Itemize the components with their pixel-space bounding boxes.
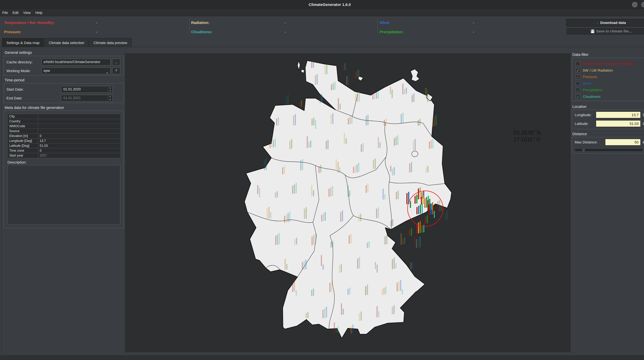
tab-climate-data-selection[interactable]: Climate data selection (44, 38, 89, 47)
filter-item[interactable]: ✓Cloudiness (576, 94, 644, 100)
table-row[interactable]: City (8, 114, 120, 119)
filter-item[interactable]: ✓Pressure (576, 74, 644, 81)
station-marker[interactable] (445, 211, 448, 220)
station-bar (284, 166, 285, 174)
working-mode-help-button[interactable]: ? (112, 68, 120, 74)
station-marker[interactable] (346, 75, 349, 85)
table-row[interactable]: Start year2007 (8, 153, 120, 158)
browse-cache-button[interactable]: ... (112, 59, 120, 66)
table-row[interactable]: Longitude [Deg]13.7 (8, 138, 120, 143)
end-date-spinbox[interactable]: 01.01.2021 ▲▼ (61, 95, 112, 102)
save-to-climate-file-button[interactable]: 💾Save to climate file… (566, 28, 644, 35)
title-bar[interactable]: ClimateGenerator 1.6.0 –▢✕ (0, 0, 644, 9)
tab-climate-data-preview[interactable]: Climate data preview (89, 38, 132, 47)
longitude-input[interactable]: 13.7 (596, 112, 641, 118)
max-distance-slider[interactable] (575, 149, 642, 151)
meta-data-table[interactable]: CityCountryWMOCodeSourceElevation [m]0Lo… (8, 114, 120, 158)
download-data-button[interactable]: ↓Download data (566, 19, 644, 26)
station-marker[interactable] (342, 63, 346, 71)
checkbox-icon[interactable]: ✓ (576, 88, 580, 92)
checkbox-icon[interactable]: ✓ (576, 81, 580, 86)
station-bar (332, 83, 334, 90)
station-bar (396, 263, 396, 268)
station-bar (392, 219, 393, 226)
start-date-spinbox[interactable]: 01.01.2020 ▲▼ (61, 86, 112, 93)
filter-label: SW / LW Radiation (583, 68, 613, 72)
filter-label: Precipitation (583, 88, 602, 92)
menu-edit[interactable]: Edit (10, 10, 21, 16)
station-bar (338, 162, 338, 173)
station-bar (396, 282, 398, 291)
station-marker[interactable] (409, 228, 412, 236)
station-bar (299, 102, 300, 107)
station-marker[interactable] (410, 262, 413, 269)
table-row[interactable]: WMOCode (8, 124, 120, 129)
minimize-button[interactable]: – (632, 2, 638, 8)
location-title: Location (572, 104, 586, 109)
spinner-arrows-icon[interactable]: ▲▼ (108, 86, 112, 92)
tab-settings-data-map[interactable]: Settings & Data map (2, 38, 44, 47)
checkbox-icon[interactable]: ✓ (576, 62, 580, 66)
spinner-arrows-icon[interactable]: ▲▼ (108, 95, 112, 101)
table-row[interactable]: Country (8, 119, 120, 124)
station-bar (367, 243, 368, 248)
station-bar (311, 185, 312, 196)
filter-item[interactable]: ✓SW / LW Radiation (576, 68, 644, 74)
cache-directory-input[interactable]: e/hirth/.local/share/ClimateGenerator (42, 59, 110, 66)
status-label: Precipitation: (380, 30, 404, 34)
checkbox-icon[interactable]: ✓ (576, 94, 580, 99)
download-icon: ↓ (597, 20, 599, 25)
station-bar (348, 289, 349, 295)
table-row[interactable]: Latitude [Deg]51.03 (8, 143, 120, 148)
station-bar (339, 265, 340, 272)
checkbox-icon[interactable]: ✓ (576, 68, 580, 72)
max-distance-input[interactable]: 50 (605, 139, 641, 146)
station-bar (426, 168, 427, 173)
filter-item[interactable]: ✓Wind (576, 81, 644, 87)
station-marker[interactable] (400, 234, 405, 245)
station-bar (394, 167, 395, 175)
description-textarea[interactable] (8, 165, 120, 225)
station-bar (384, 236, 386, 244)
menu-file[interactable]: File (0, 10, 10, 16)
station-bar (275, 192, 276, 198)
slider-thumb[interactable] (582, 148, 585, 153)
station-bar (348, 75, 349, 85)
table-row[interactable]: Source (8, 129, 120, 134)
application-window: ClimateGenerator 1.6.0 –▢✕ FileEditViewH… (0, 0, 644, 360)
station-bar (288, 213, 289, 222)
checkbox-icon[interactable]: ✓ (576, 75, 580, 79)
station-marker[interactable] (286, 94, 289, 105)
station-bar (336, 328, 337, 333)
station-marker[interactable] (414, 236, 420, 248)
station-bar (414, 139, 416, 150)
end-date-label: End Date: (6, 96, 22, 100)
station-bar (273, 140, 274, 147)
station-marker[interactable] (354, 70, 359, 78)
station-marker[interactable] (299, 100, 302, 107)
working-mode-select[interactable]: epw▼ (42, 68, 110, 74)
station-bar (334, 82, 336, 90)
station-bar (412, 95, 413, 102)
menu-view[interactable]: View (21, 10, 33, 16)
station-bar (341, 264, 342, 272)
station-bar (271, 141, 272, 148)
meta-row-label: WMOCode (8, 124, 38, 129)
station-bar (315, 120, 316, 129)
latitude-input[interactable]: 51.03 (596, 120, 641, 127)
station-bar (331, 84, 332, 90)
station-bar (294, 184, 295, 194)
station-bar (310, 140, 311, 148)
table-row[interactable]: Elevation [m]0 (8, 134, 120, 138)
station-bar (366, 185, 367, 193)
data-map[interactable]: 53.2678° N, 17.1011° O (125, 53, 570, 352)
filter-item[interactable]: ✓Precipitation (576, 87, 644, 94)
station-bar (279, 233, 280, 244)
station-bar (386, 235, 388, 244)
menu-help[interactable]: Help (33, 10, 45, 16)
meta-row-label: City (8, 114, 38, 119)
station-bar (394, 306, 395, 314)
table-row[interactable]: Time zone0 (8, 148, 120, 153)
filter-item[interactable]: ✓Temperature / Relative Humidity (576, 61, 644, 68)
station-bar (293, 116, 294, 126)
